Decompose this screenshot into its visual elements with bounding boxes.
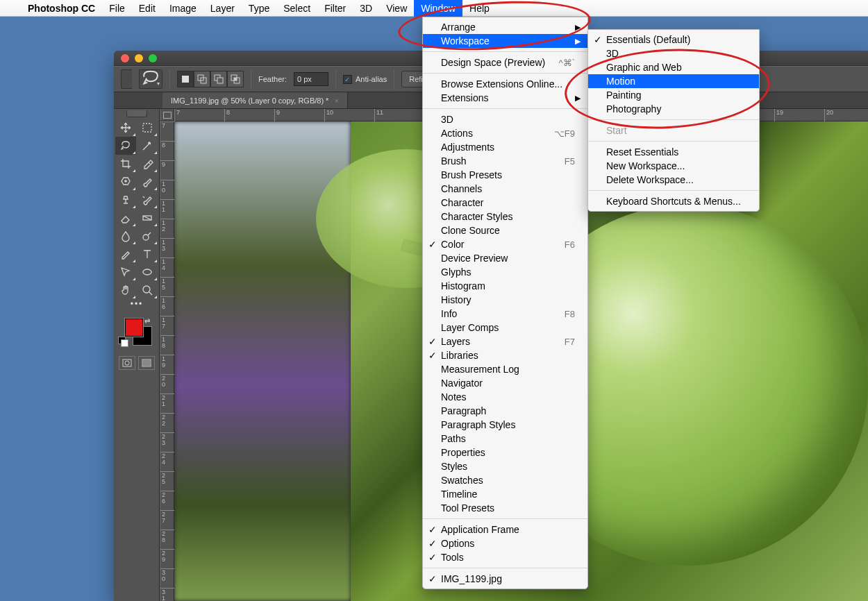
workspace-menu-item-graphic-and-web[interactable]: Graphic and Web bbox=[588, 60, 759, 74]
blur-tool[interactable] bbox=[115, 227, 136, 245]
window-menu-item-img-1199-jpg[interactable]: ✓IMG_1199.jpg bbox=[423, 572, 587, 586]
default-colors-icon[interactable] bbox=[118, 337, 128, 346]
window-zoom[interactable] bbox=[149, 54, 157, 62]
selection-new[interactable] bbox=[177, 71, 194, 87]
window-menu-item-paragraph-styles[interactable]: Paragraph Styles bbox=[423, 418, 587, 432]
lasso-tool[interactable] bbox=[115, 137, 136, 155]
zoom-tool[interactable] bbox=[137, 281, 158, 299]
window-menu-item-arrange[interactable]: Arrange▶ bbox=[423, 20, 587, 34]
workspace-menu-item-3d[interactable]: 3D bbox=[588, 46, 759, 60]
close-icon[interactable]: × bbox=[334, 96, 338, 105]
workspace-menu-item-reset-essentials[interactable]: Reset Essentials bbox=[588, 145, 759, 159]
window-menu-item-glyphs[interactable]: Glyphs bbox=[423, 265, 587, 279]
menu-image[interactable]: Image bbox=[162, 0, 203, 17]
healing-brush-tool[interactable] bbox=[115, 173, 136, 191]
marquee-tool[interactable] bbox=[137, 119, 158, 137]
window-menu-item-browse-extensions-online-[interactable]: Browse Extensions Online... bbox=[423, 77, 587, 91]
shape-tool[interactable] bbox=[137, 263, 158, 281]
window-menu-item-swatches[interactable]: Swatches bbox=[423, 473, 587, 487]
type-tool[interactable] bbox=[137, 245, 158, 263]
window-close[interactable] bbox=[121, 54, 129, 62]
window-menu-item-3d[interactable]: 3D bbox=[423, 112, 587, 126]
window-menu-item-clone-source[interactable]: Clone Source bbox=[423, 223, 587, 237]
window-menu-item-paths[interactable]: Paths bbox=[423, 432, 587, 446]
dodge-tool[interactable] bbox=[137, 227, 158, 245]
tool-preset-picker[interactable] bbox=[121, 69, 132, 89]
window-menu-item-measurement-log[interactable]: Measurement Log bbox=[423, 362, 587, 376]
pen-tool[interactable] bbox=[115, 245, 136, 263]
menu-layer[interactable]: Layer bbox=[203, 0, 242, 17]
window-menu-item-actions[interactable]: Actions⌥F9 bbox=[423, 126, 587, 140]
window-menu-item-character-styles[interactable]: Character Styles bbox=[423, 210, 587, 223]
window-menu-item-timeline[interactable]: Timeline bbox=[423, 487, 587, 501]
app-name[interactable]: Photoshop CC bbox=[21, 3, 102, 14]
window-menu-item-workspace[interactable]: Workspace▶ bbox=[423, 34, 587, 48]
selection-intersect[interactable] bbox=[227, 71, 244, 87]
window-menu-item-styles[interactable]: Styles bbox=[423, 459, 587, 473]
menu-edit[interactable]: Edit bbox=[132, 0, 162, 17]
selection-subtract[interactable] bbox=[210, 71, 227, 87]
workspace-menu-item-painting[interactable]: Painting bbox=[588, 88, 759, 102]
window-menu-item-paragraph[interactable]: Paragraph bbox=[423, 404, 587, 418]
window-menu-item-properties[interactable]: Properties bbox=[423, 446, 587, 459]
window-menu-item-tool-presets[interactable]: Tool Presets bbox=[423, 501, 587, 515]
window-menu-item-notes[interactable]: Notes bbox=[423, 390, 587, 404]
window-menu-item-libraries[interactable]: ✓Libraries bbox=[423, 348, 587, 362]
window-menu-item-application-frame[interactable]: ✓Application Frame bbox=[423, 523, 587, 536]
menu-select[interactable]: Select bbox=[276, 0, 317, 17]
crop-tool[interactable] bbox=[115, 155, 136, 173]
edit-toolbar-button[interactable]: ••• bbox=[115, 299, 158, 312]
ruler-vertical[interactable]: 7891011121314151617181920212223242526272… bbox=[160, 121, 174, 601]
hand-tool[interactable] bbox=[115, 281, 136, 299]
move-tool[interactable] bbox=[115, 119, 136, 137]
history-brush-tool[interactable] bbox=[137, 191, 158, 209]
gradient-tool[interactable] bbox=[137, 209, 158, 227]
toolbox-handle[interactable] bbox=[126, 110, 147, 117]
feather-input[interactable] bbox=[294, 72, 328, 86]
screen-mode[interactable] bbox=[138, 356, 155, 370]
window-menu-item-brush-presets[interactable]: Brush Presets bbox=[423, 168, 587, 182]
window-menu-item-layer-comps[interactable]: Layer Comps bbox=[423, 321, 587, 335]
window-menu-item-options[interactable]: ✓Options bbox=[423, 536, 587, 550]
eyedropper-tool[interactable] bbox=[137, 155, 158, 173]
menu-window[interactable]: Window bbox=[414, 0, 462, 17]
window-menu-item-extensions[interactable]: Extensions▶ bbox=[423, 91, 587, 105]
current-tool-icon[interactable]: ▾ bbox=[139, 69, 162, 89]
magic-wand-tool[interactable] bbox=[137, 137, 158, 155]
menu-help[interactable]: Help bbox=[462, 0, 496, 17]
foreground-color[interactable] bbox=[125, 319, 143, 337]
menu-filter[interactable]: Filter bbox=[317, 0, 353, 17]
swap-colors-icon[interactable]: ⇄ bbox=[144, 317, 150, 325]
selection-add[interactable] bbox=[194, 71, 210, 87]
document-tab[interactable]: IMG_1199.jpg @ 50% (Layer 0 copy, RGB/8)… bbox=[162, 92, 348, 108]
menu-view[interactable]: View bbox=[379, 0, 414, 17]
workspace-menu-item-new-workspace-[interactable]: New Workspace... bbox=[588, 159, 759, 173]
eraser-tool[interactable] bbox=[115, 209, 136, 227]
menu-type[interactable]: Type bbox=[242, 0, 276, 17]
window-menu-item-layers[interactable]: ✓LayersF7 bbox=[423, 335, 587, 348]
window-menu-item-adjustments[interactable]: Adjustments bbox=[423, 140, 587, 154]
window-menu-item-channels[interactable]: Channels bbox=[423, 182, 587, 196]
window-menu-item-device-preview[interactable]: Device Preview bbox=[423, 251, 587, 265]
window-minimize[interactable] bbox=[135, 54, 143, 62]
workspace-menu-item-motion[interactable]: Motion bbox=[588, 74, 759, 88]
antialias-checkbox[interactable]: ✓ Anti-alias bbox=[343, 75, 387, 84]
menu-3d[interactable]: 3D bbox=[353, 0, 379, 17]
brush-tool[interactable] bbox=[137, 173, 158, 191]
window-menu-item-tools[interactable]: ✓Tools bbox=[423, 550, 587, 564]
workspace-menu-item-delete-workspace-[interactable]: Delete Workspace... bbox=[588, 173, 759, 187]
clone-stamp-tool[interactable] bbox=[115, 191, 136, 209]
window-menu-item-histogram[interactable]: Histogram bbox=[423, 279, 587, 293]
path-selection-tool[interactable] bbox=[115, 263, 136, 281]
window-menu-item-brush[interactable]: BrushF5 bbox=[423, 154, 587, 168]
ruler-origin[interactable] bbox=[160, 109, 174, 121]
window-menu-item-design-space-preview-[interactable]: Design Space (Preview)^⌘` bbox=[423, 56, 587, 69]
window-menu-item-history[interactable]: History bbox=[423, 293, 587, 307]
window-menu-item-color[interactable]: ✓ColorF6 bbox=[423, 237, 587, 251]
menu-file[interactable]: File bbox=[102, 0, 132, 17]
window-menu-item-character[interactable]: Character bbox=[423, 196, 587, 210]
window-menu-item-info[interactable]: InfoF8 bbox=[423, 307, 587, 321]
quick-mask-standard[interactable] bbox=[119, 356, 135, 370]
workspace-menu-item-essentials-default-[interactable]: ✓Essentials (Default) bbox=[588, 33, 759, 46]
window-menu-item-navigator[interactable]: Navigator bbox=[423, 376, 587, 390]
